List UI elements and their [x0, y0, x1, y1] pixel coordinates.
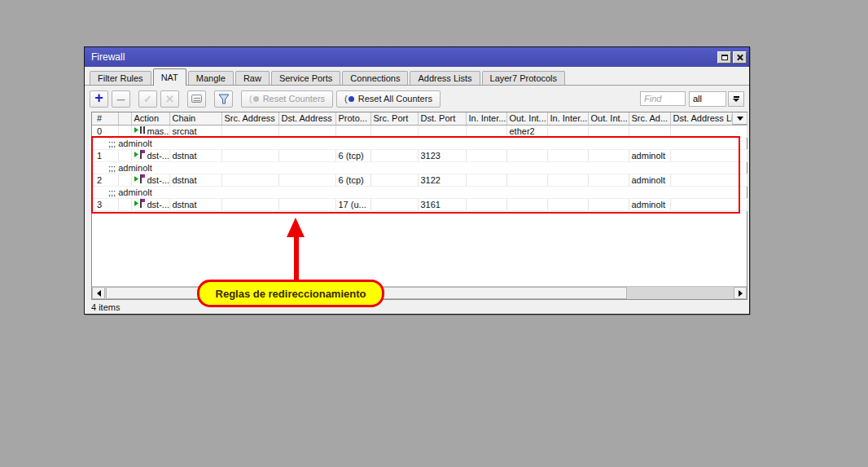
table-cell: dst-... [131, 174, 169, 186]
status-bar: 4 items [91, 302, 120, 312]
tab-service-ports[interactable]: Service Ports [271, 71, 340, 85]
table-cell [278, 149, 335, 161]
table-cell [547, 149, 588, 161]
table-cell [466, 198, 506, 210]
masquerade-icon [134, 126, 146, 136]
column-header[interactable]: Src. Port [370, 112, 418, 125]
scroll-left-button[interactable] [92, 287, 105, 299]
table-cell [278, 125, 335, 137]
maximize-button[interactable] [717, 51, 731, 64]
table-cell: 6 (tcp) [335, 149, 370, 161]
table-cell [466, 125, 506, 137]
table-cell [370, 149, 418, 161]
column-header[interactable]: Dst. Port [418, 112, 466, 125]
table-cell [370, 125, 418, 137]
table-row[interactable]: ;;; adminolt [92, 137, 747, 149]
comment-button[interactable] [187, 90, 206, 108]
column-header[interactable]: In. Inter... [547, 112, 588, 125]
tab-bar: Filter RulesNATMangleRawService PortsCon… [85, 68, 749, 86]
table-row[interactable]: 2dst-...dstnat6 (tcp)3122adminolt [92, 174, 747, 186]
table-cell [588, 149, 629, 161]
table-cell [118, 149, 131, 161]
column-header[interactable]: Dst. Address [278, 112, 335, 125]
dst-nat-icon [134, 174, 146, 185]
table-cell [506, 149, 547, 161]
arrow-right-icon [739, 290, 743, 297]
check-icon [143, 93, 152, 105]
reset-counters-button[interactable]: ( Reset Counters [241, 90, 333, 108]
close-button[interactable] [733, 51, 747, 64]
tab-layer7-protocols[interactable]: Layer7 Protocols [482, 71, 566, 85]
horizontal-scrollbar[interactable] [92, 286, 747, 299]
table-cell [118, 198, 131, 210]
table-cell [466, 149, 506, 161]
table-row[interactable]: 3dst-...dstnat17 (u...3161adminolt [92, 198, 747, 210]
filter-combo-dropdown-button[interactable] [728, 91, 744, 107]
rule-comment: ;;; adminolt [92, 186, 747, 198]
add-button[interactable] [90, 90, 108, 108]
filter-combo-value[interactable]: all [689, 91, 726, 107]
filter-button[interactable] [214, 90, 233, 108]
table-cell: adminolt [629, 198, 670, 210]
tab-nat[interactable]: NAT [153, 68, 186, 86]
tab-filter-rules[interactable]: Filter Rules [90, 71, 151, 85]
firewall-window: Firewall Filter RulesNATMangleRawService… [84, 46, 750, 315]
table-cell: 3123 [418, 149, 466, 161]
column-header[interactable]: Proto... [335, 112, 370, 125]
table-cell: dst-... [131, 149, 169, 161]
table-row[interactable]: ;;; adminolt [92, 161, 747, 174]
table-row[interactable]: 0mas...srcnatether2 [92, 125, 747, 137]
enable-button[interactable] [138, 90, 157, 108]
toolbar: ( Reset Counters ( Reset All Counters al… [85, 86, 749, 111]
table-cell: ether2 [506, 125, 547, 137]
funnel-icon [218, 94, 230, 104]
tab-connections[interactable]: Connections [342, 71, 408, 85]
scroll-right-button[interactable] [734, 287, 747, 299]
table-cell [670, 174, 747, 186]
tab-raw[interactable]: Raw [235, 71, 270, 85]
maximize-icon [721, 55, 728, 60]
rule-comment: ;;; adminolt [92, 161, 747, 174]
column-header[interactable]: Chain [169, 112, 221, 125]
item-count: 4 items [91, 302, 120, 312]
table-header-row: #ActionChainSrc. AddressDst. AddressProt… [92, 112, 747, 125]
table-cell [547, 125, 588, 137]
table-cell [547, 174, 588, 186]
table-cell [335, 125, 370, 137]
disable-button[interactable] [160, 90, 179, 108]
table-cell: dstnat [169, 149, 221, 161]
table-cell: adminolt [629, 174, 670, 186]
tab-address-lists[interactable]: Address Lists [410, 71, 480, 85]
column-header[interactable]: Out. Int... [588, 112, 629, 125]
find-input[interactable] [640, 91, 686, 106]
table-cell [418, 125, 466, 137]
column-header[interactable]: In. Inter... [466, 112, 506, 125]
remove-button[interactable] [112, 90, 130, 108]
tab-mangle[interactable]: Mangle [188, 71, 234, 85]
column-header[interactable]: Out. Int... [506, 112, 547, 125]
column-header[interactable]: # [92, 112, 118, 125]
table-cell [588, 125, 629, 137]
arrow-left-icon [97, 290, 101, 297]
table-cell: 3122 [418, 174, 466, 186]
desktop: Firewall Filter RulesNATMangleRawService… [0, 0, 868, 467]
nat-rules-list: #ActionChainSrc. AddressDst. AddressProt… [91, 112, 747, 300]
table-cell: 3161 [418, 198, 466, 210]
column-header[interactable]: Action [131, 112, 169, 125]
table-cell: 2 [92, 174, 118, 186]
window-titlebar[interactable]: Firewall [85, 47, 749, 67]
column-picker-button[interactable] [732, 112, 747, 125]
table-cell: adminolt [629, 149, 670, 161]
column-header[interactable] [118, 112, 131, 125]
column-header[interactable]: Src. Address [221, 112, 278, 125]
table-cell: dstnat [169, 174, 221, 186]
column-header[interactable]: Src. Ad... [629, 112, 670, 125]
dst-nat-icon [134, 150, 146, 161]
reset-all-counters-button[interactable]: ( Reset All Counters [336, 90, 441, 108]
table-cell: 17 (u... [335, 198, 370, 210]
annotation-arrow-head [287, 218, 305, 237]
table-row[interactable]: ;;; adminolt [92, 186, 747, 198]
comment-icon [191, 95, 202, 103]
filter-combo: all [689, 91, 744, 107]
table-row[interactable]: 1dst-...dstnat6 (tcp)3123adminolt [92, 149, 747, 161]
